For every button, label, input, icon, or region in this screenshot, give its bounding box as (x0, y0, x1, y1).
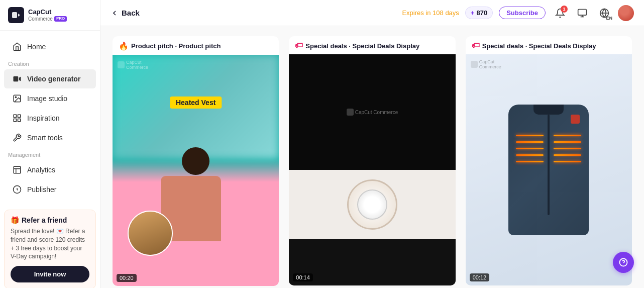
sidebar-item-home-label: Home (27, 43, 46, 51)
referral-title: 🎁 Refer a friend (11, 216, 89, 224)
thumb-dark-bot (289, 239, 455, 285)
thumb-visual-2: CapCut Commerce (289, 54, 455, 285)
sidebar-item-inspiration[interactable]: Inspiration (4, 109, 96, 128)
sidebar: CapCut Commerce PRO Home Creation Video … (0, 0, 100, 288)
sidebar-item-inspiration-label: Inspiration (27, 114, 60, 122)
thumb-dark-top: CapCut Commerce (289, 54, 455, 170)
sidebar-item-home[interactable]: Home (4, 37, 96, 56)
capcut-watermark-3: CapCutCommerce (471, 59, 501, 69)
back-button[interactable]: Back (111, 9, 140, 17)
home-icon (12, 42, 22, 52)
sidebar-item-smart-tools-label: Smart tools (27, 134, 63, 142)
smart-tools-icon (12, 133, 22, 143)
heat-lines-right (554, 135, 581, 162)
sidebar-item-video-generator[interactable]: Video generator (4, 69, 96, 88)
video-label-2: 🏷 Special deals · Special Deals Display (289, 36, 455, 54)
duration-badge-2: 00:14 (293, 273, 313, 281)
svg-rect-4 (14, 115, 16, 117)
topbar: Back Expires in 108 days + 870 Subscribe… (100, 0, 644, 26)
duration-badge-3: 00:12 (470, 273, 490, 281)
svg-rect-6 (18, 119, 21, 122)
dial (347, 179, 397, 230)
video-grid: 🔥 Product pitch · Product pitch Heated V… (113, 36, 632, 286)
dial-inner (357, 189, 387, 220)
video-thumb-3[interactable]: CapCutCommerce (466, 54, 632, 285)
video-card-3: 🏷 Special deals · Special Deals Display … (466, 36, 632, 285)
sidebar-item-publisher[interactable]: Publisher (4, 180, 96, 199)
sidebar-nav: Home Creation Video generator Image stud… (0, 31, 100, 206)
svg-rect-0 (12, 12, 17, 18)
topbar-icons: 1 EN (552, 5, 634, 22)
vest-body (508, 105, 589, 235)
svg-rect-7 (14, 119, 16, 122)
credits-value: 870 (476, 9, 487, 17)
video-column-3: 🏷 Special deals · Special Deals Display … (466, 36, 632, 286)
sidebar-item-analytics-label: Analytics (27, 166, 55, 174)
video-column-2: 🏷 Special deals · Special Deals Display … (289, 36, 455, 286)
video-thumb-2[interactable]: CapCut Commerce 00:14 (289, 54, 455, 285)
referral-description: Spread the love! 💌 Refer a friend and sc… (11, 227, 89, 261)
thumb-visual-3: CapCutCommerce (466, 54, 632, 285)
svg-rect-5 (18, 115, 21, 117)
globe-button[interactable]: EN (596, 5, 613, 22)
avatar-bg (129, 212, 172, 255)
expires-text: Expires in 108 days (402, 9, 459, 17)
video-label-3: 🏷 Special deals · Special Deals Display (466, 36, 632, 54)
svg-point-3 (15, 97, 16, 98)
product-text-label: Heated Vest (170, 97, 222, 109)
main-content: Back Expires in 108 days + 870 Subscribe… (100, 0, 644, 288)
video-card-1: 🔥 Product pitch · Product pitch Heated V… (113, 36, 279, 286)
logo-icon (8, 7, 24, 23)
logo-text-block: CapCut Commerce PRO (28, 9, 67, 21)
vest-zipper (548, 115, 550, 215)
svg-rect-1 (14, 76, 19, 82)
subscribe-button[interactable]: Subscribe (499, 7, 546, 19)
plus-icon: + (471, 9, 475, 17)
image-icon (12, 93, 22, 104)
publisher-icon (12, 184, 22, 195)
vest-product-image (503, 94, 594, 245)
sidebar-item-analytics[interactable]: Analytics (4, 160, 96, 179)
capcut-watermark-1: CapCutCommerce (118, 60, 148, 70)
creation-section-label: Creation (0, 57, 100, 69)
person-head (182, 147, 209, 175)
credits-block: + 870 (465, 7, 493, 19)
vest-collar (533, 105, 564, 115)
duration-badge-1: 00:20 (117, 274, 137, 282)
svg-rect-10 (578, 9, 587, 15)
invite-now-button[interactable]: Invite now (11, 266, 89, 282)
referral-card: 🎁 Refer a friend Spread the love! 💌 Refe… (4, 210, 96, 288)
thumb-visual-1: Heated Vest C (113, 55, 279, 286)
analytics-icon (12, 165, 22, 175)
heat-lines-left (516, 135, 544, 162)
inspiration-icon (12, 113, 22, 123)
video-column-1: 🔥 Product pitch · Product pitch Heated V… (113, 36, 279, 286)
video-thumb-1[interactable]: Heated Vest C (113, 55, 279, 286)
sidebar-item-smart-tools[interactable]: Smart tools (4, 128, 96, 147)
gift-emoji: 🎁 (11, 216, 19, 224)
sidebar-item-publisher-label: Publisher (27, 185, 56, 194)
video-card-2: 🏷 Special deals · Special Deals Display … (289, 36, 455, 285)
video-label-1: 🔥 Product pitch · Product pitch (113, 36, 279, 55)
layout-button[interactable] (574, 5, 591, 22)
notification-badge: 1 (561, 6, 568, 13)
circle-avatar (128, 211, 173, 256)
logo-title: CapCut (28, 9, 67, 16)
tag-icon-2: 🏷 (295, 41, 303, 50)
logo-subtitle: Commerce PRO (28, 16, 67, 22)
sidebar-item-video-generator-label: Video generator (27, 75, 80, 83)
sidebar-item-image-studio[interactable]: Image studio (4, 89, 96, 108)
fire-icon-1: 🔥 (119, 41, 129, 51)
thumb-thermostat (289, 170, 455, 239)
help-fab-button[interactable] (613, 252, 634, 273)
svg-rect-8 (14, 166, 21, 173)
user-avatar[interactable] (618, 5, 634, 21)
management-section-label: Management (0, 148, 100, 160)
sidebar-logo: CapCut Commerce PRO (0, 0, 100, 31)
tag-icon-3: 🏷 (472, 41, 480, 50)
sidebar-item-image-studio-label: Image studio (27, 94, 67, 103)
vest-pocket (571, 115, 580, 124)
notification-button[interactable]: 1 (552, 5, 569, 22)
capcut-watermark-2: CapCut Commerce (347, 109, 398, 116)
video-content: 🔥 Product pitch · Product pitch Heated V… (100, 26, 644, 288)
